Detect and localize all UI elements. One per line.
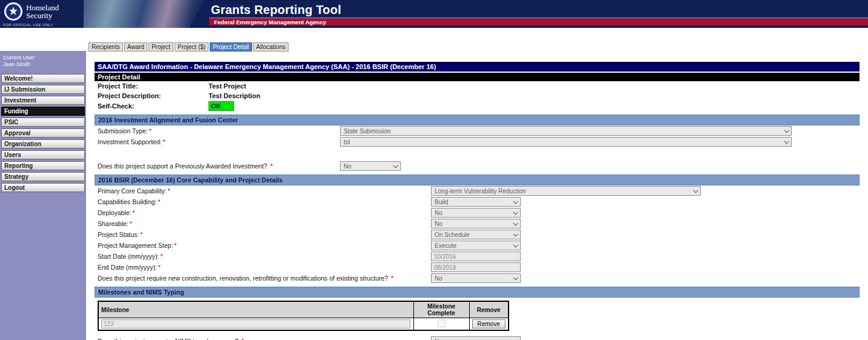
sidebar: Current User: Jean Smith Welcome! IJ Sub… bbox=[0, 51, 86, 340]
required-asterisk: * bbox=[158, 198, 160, 205]
required-asterisk: * bbox=[130, 220, 132, 227]
project-status-select[interactable]: On Schedule bbox=[431, 230, 521, 239]
previously-awarded-label-text: Does this project support a Previously A… bbox=[98, 162, 269, 170]
milestone-complete-column-header: Milestone Complete bbox=[413, 301, 469, 318]
investment-section-header: 2016 Investment Alignment and Fusion Cen… bbox=[95, 115, 860, 125]
sidebar-item-organization[interactable]: Organization bbox=[1, 139, 85, 148]
project-title-value: Test Project bbox=[209, 82, 246, 90]
sidebar-item-investment[interactable]: Investment bbox=[1, 96, 85, 105]
sidebar-item-reporting[interactable]: Reporting bbox=[1, 161, 85, 170]
project-status-label: Project Status:* bbox=[98, 231, 431, 238]
dhs-seal-icon bbox=[4, 2, 23, 21]
project-title-label: Project Title: bbox=[98, 82, 209, 90]
main-content: SAA/DTG Award Information - Delaware Eme… bbox=[95, 62, 860, 340]
milestone-row: Remove bbox=[98, 318, 509, 331]
top-banner: Homeland Security Grants Reporting Tool … bbox=[0, 0, 868, 28]
chevron-down-icon bbox=[784, 139, 789, 144]
required-asterisk: * bbox=[174, 242, 176, 249]
shareable-select[interactable]: No bbox=[431, 219, 521, 228]
new-construction-select[interactable]: No bbox=[431, 273, 521, 283]
sidebar-spacer bbox=[0, 28, 86, 51]
sidebar-item-strategy[interactable]: Strategy bbox=[1, 172, 85, 181]
capabilities-building-label-text: Capabilities Building: bbox=[98, 198, 156, 205]
capabilities-building-row: Capabilities Building:* Build bbox=[95, 196, 860, 207]
previously-awarded-row: Does this project support a Previously A… bbox=[95, 161, 860, 172]
chevron-down-icon bbox=[513, 210, 518, 215]
submission-type-value: State Submission bbox=[344, 128, 391, 135]
investment-supported-value: tst bbox=[344, 139, 350, 145]
required-asterisk: * bbox=[161, 253, 163, 260]
sidebar-item-ij-submission[interactable]: IJ Submission bbox=[1, 85, 85, 94]
project-description-label: Project Description: bbox=[98, 92, 209, 99]
submission-type-select[interactable]: State Submission bbox=[340, 126, 792, 136]
previously-awarded-label: Does this project support a Previously A… bbox=[98, 162, 340, 170]
project-management-step-select[interactable]: Execute bbox=[431, 241, 521, 250]
sidebar-item-users[interactable]: Users bbox=[1, 150, 85, 159]
project-status-row: Project Status:* On Schedule bbox=[95, 229, 860, 240]
submission-type-row: Submission Type:* State Submission bbox=[95, 125, 860, 136]
chevron-down-icon bbox=[513, 232, 518, 236]
sidebar-item-psic[interactable]: PSIC bbox=[1, 118, 85, 127]
project-management-step-label-text: Project Management Step: bbox=[98, 242, 173, 249]
start-date-label-text: Start Date (mm/yyyy): bbox=[98, 253, 159, 260]
tab-project-dollars[interactable]: Project ($) bbox=[175, 42, 209, 52]
milestone-input[interactable] bbox=[101, 319, 410, 328]
milestone-column-header: Milestone bbox=[98, 301, 413, 318]
nims-select[interactable]: No bbox=[431, 336, 521, 340]
tab-project-detail[interactable]: Project Detail bbox=[210, 42, 252, 52]
previously-awarded-select[interactable]: No bbox=[340, 161, 401, 171]
dhs-logo: Homeland Security bbox=[4, 2, 70, 21]
milestone-cell bbox=[98, 318, 413, 331]
milestone-complete-cell bbox=[413, 318, 469, 331]
milestone-complete-checkbox[interactable] bbox=[438, 319, 446, 327]
sidebar-item-funding[interactable]: Funding bbox=[1, 107, 85, 116]
tab-project[interactable]: Project bbox=[149, 42, 173, 52]
nims-value: No bbox=[435, 338, 442, 340]
page-layout: Current User: Jean Smith Welcome! IJ Sub… bbox=[0, 28, 868, 340]
end-date-input[interactable] bbox=[431, 262, 521, 272]
banner-photo-montage bbox=[84, 0, 204, 28]
tab-bar: Recipients Award Project Project ($) Pro… bbox=[88, 42, 868, 52]
new-construction-label: Does this project require new constructi… bbox=[98, 275, 431, 282]
award-title-bar: SAA/DTG Award Information - Delaware Eme… bbox=[95, 62, 860, 72]
primary-core-capability-select[interactable]: Long-term Vulnerability Reduction bbox=[431, 186, 701, 196]
nims-label: Does this project support a NIMS typed r… bbox=[98, 338, 431, 340]
new-construction-row: Does this project require new constructi… bbox=[95, 273, 860, 284]
end-date-row: End Date (mm/yyyy):* bbox=[95, 262, 860, 273]
milestones-table-header-row: Milestone Milestone Complete Remove bbox=[98, 301, 509, 318]
remove-column-header: Remove bbox=[469, 301, 509, 318]
tab-recipients[interactable]: Recipients bbox=[88, 42, 123, 52]
sidebar-item-approval[interactable]: Approval bbox=[1, 128, 85, 138]
submission-type-label: Submission Type:* bbox=[98, 127, 340, 135]
app-title: Grants Reporting Tool bbox=[211, 3, 341, 17]
remove-milestone-button[interactable]: Remove bbox=[472, 319, 506, 328]
deployable-row: Deployable:* No bbox=[95, 207, 860, 218]
remove-cell: Remove bbox=[469, 318, 509, 331]
app-subtitle: Federal Emergency Management Agency bbox=[214, 19, 326, 25]
milestones-section-header: Milestones and NIMS Typing bbox=[95, 287, 860, 298]
chevron-down-icon bbox=[513, 275, 518, 280]
deployable-value: No bbox=[435, 210, 442, 216]
sidebar-item-welcome[interactable]: Welcome! bbox=[1, 74, 85, 83]
required-asterisk: * bbox=[140, 231, 142, 238]
end-date-label: End Date (mm/yyyy):* bbox=[98, 264, 431, 271]
sidebar-item-logout[interactable]: Logout bbox=[1, 183, 85, 192]
tab-allocations[interactable]: Allocations bbox=[253, 42, 289, 52]
deployable-select[interactable]: No bbox=[431, 208, 521, 218]
investment-supported-label-text: Investment Supported: bbox=[98, 138, 162, 145]
capabilities-building-value: Build bbox=[435, 199, 448, 205]
tab-award[interactable]: Award bbox=[124, 42, 147, 52]
project-status-value: On Schedule bbox=[435, 232, 470, 238]
shareable-row: Shareable:* No bbox=[95, 218, 860, 229]
shareable-label: Shareable:* bbox=[98, 220, 431, 227]
new-construction-value: No bbox=[435, 275, 442, 282]
main-column: Recipients Award Project Project ($) Pro… bbox=[86, 28, 868, 340]
start-date-input[interactable] bbox=[431, 252, 521, 261]
required-asterisk: * bbox=[241, 338, 244, 340]
primary-core-capability-row: Primary Core Capability:* Long-term Vuln… bbox=[95, 185, 860, 196]
sidebar-column: Current User: Jean Smith Welcome! IJ Sub… bbox=[0, 28, 86, 340]
investment-supported-select[interactable]: tst bbox=[340, 137, 792, 147]
investment-supported-row: Investment Supported:* tst bbox=[95, 136, 860, 147]
agency-name: Homeland Security bbox=[26, 4, 70, 19]
capabilities-building-select[interactable]: Build bbox=[431, 197, 521, 207]
